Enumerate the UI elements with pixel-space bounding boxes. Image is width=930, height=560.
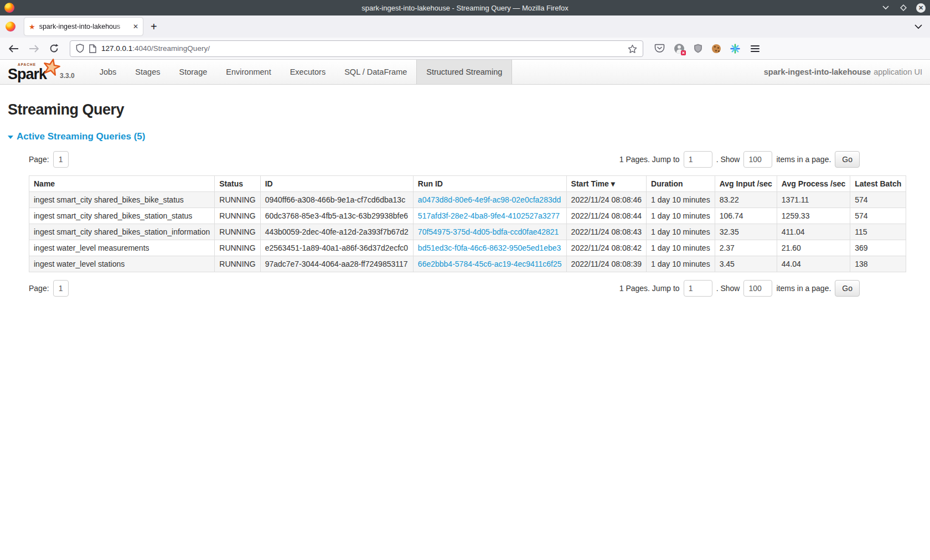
extension-icon[interactable]: ✕ <box>674 44 684 54</box>
items-label: items in a page. <box>776 155 831 164</box>
application-name: spark-ingest-into-lakehouse <box>764 68 871 76</box>
query-start-time: 2022/11/24 08:08:46 <box>566 192 646 208</box>
spark-logo: APACHE Spark <box>8 62 56 82</box>
query-id: 97adc7e7-3044-4064-aa28-ff7249853117 <box>260 256 413 272</box>
query-avg-input: 2.37 <box>715 240 777 256</box>
queries-table-body: ingest smart_city shared_bikes_bike_stat… <box>29 192 906 272</box>
colorful-asterisk-icon[interactable] <box>730 44 740 54</box>
minimize-icon[interactable] <box>881 3 891 13</box>
query-latest-batch: 115 <box>850 224 906 240</box>
query-status: RUNNING <box>215 192 260 208</box>
query-status: RUNNING <box>215 208 260 224</box>
spark-version: 3.3.0 <box>60 72 75 82</box>
header-status[interactable]: Status <box>215 176 260 192</box>
nav-tab-structured-streaming[interactable]: Structured Streaming <box>416 60 512 84</box>
bookmark-star-icon[interactable] <box>628 44 637 53</box>
go-button[interactable]: Go <box>835 151 860 168</box>
shield-icon[interactable] <box>76 44 84 53</box>
page-number-input[interactable] <box>53 280 69 297</box>
items-label: items in a page. <box>776 284 831 293</box>
nav-tab-sql-dataframe[interactable]: SQL / DataFrame <box>335 60 416 84</box>
ublock-icon[interactable] <box>694 44 702 53</box>
table-row: ingest smart_city shared_bikes_station_i… <box>29 224 906 240</box>
pages-summary: 1 Pages. Jump to <box>619 284 680 293</box>
query-avg-input: 32.35 <box>715 224 777 240</box>
page-info-icon[interactable] <box>89 44 96 53</box>
spark-brand[interactable]: APACHE Spark 3.3.0 <box>0 60 80 84</box>
bottom-pagination: Page: 1 Pages. Jump to . Show items in a… <box>29 280 860 297</box>
spark-favicon-icon: ★ <box>29 23 35 30</box>
spark-navbar: APACHE Spark 3.3.0 Jobs Stages Storage E… <box>0 60 930 85</box>
page-size-input[interactable] <box>743 151 772 168</box>
firefox-menu-icon[interactable] <box>6 22 16 32</box>
query-id: e2563451-1a89-40a1-a86f-36d37d2ecfc0 <box>260 240 413 256</box>
browser-toolbar: 127.0.0.1:4040/StreamingQuery/ ✕ <box>0 38 930 60</box>
window-titlebar: spark-ingest-into-lakehouse - Streaming … <box>0 0 930 15</box>
query-start-time: 2022/11/24 08:08:42 <box>566 240 646 256</box>
query-duration: 1 day 10 minutes <box>647 256 715 272</box>
header-run-id[interactable]: Run ID <box>413 176 566 192</box>
show-label: . Show <box>716 155 740 164</box>
page-number-input[interactable] <box>53 151 69 168</box>
jump-to-input[interactable] <box>684 151 712 168</box>
query-name: ingest water_level stations <box>29 256 215 272</box>
run-id-link[interactable]: 66e2bbb4-5784-45c6-ac19-4ec9411c6f25 <box>418 260 562 268</box>
url-text[interactable]: 127.0.0.1:4040/StreamingQuery/ <box>101 44 623 53</box>
forward-button[interactable] <box>25 40 42 57</box>
app-menu-icon[interactable] <box>750 44 761 53</box>
page-label: Page: <box>29 155 49 164</box>
url-bar[interactable]: 127.0.0.1:4040/StreamingQuery/ <box>70 40 643 57</box>
query-duration: 1 day 10 minutes <box>647 224 715 240</box>
run-id-link[interactable]: bd51ed3c-f0fa-46c6-8632-950e5ed1ebe3 <box>418 243 561 252</box>
query-name: ingest smart_city shared_bikes_station_i… <box>29 224 215 240</box>
run-id-link[interactable]: 517afd3f-28e2-4ba8-9fe4-4102527a3277 <box>418 211 560 220</box>
back-button[interactable] <box>6 40 22 57</box>
nav-tab-environment[interactable]: Environment <box>216 60 280 84</box>
query-latest-batch: 138 <box>850 256 906 272</box>
run-id-link[interactable]: a0473d8d-80e6-4e9f-ac98-02e0cfa283dd <box>418 195 561 204</box>
query-latest-batch: 574 <box>850 208 906 224</box>
nav-tab-stages[interactable]: Stages <box>126 60 169 84</box>
nav-tab-storage[interactable]: Storage <box>170 60 217 84</box>
nav-tab-jobs[interactable]: Jobs <box>90 60 126 84</box>
query-duration: 1 day 10 minutes <box>647 192 715 208</box>
pages-summary: 1 Pages. Jump to <box>619 155 680 164</box>
table-row: ingest water_level measurements RUNNING … <box>29 240 906 256</box>
header-avg-process[interactable]: Avg Process /sec <box>777 176 850 192</box>
go-button[interactable]: Go <box>835 280 860 297</box>
query-name: ingest smart_city shared_bikes_bike_stat… <box>29 192 215 208</box>
collapse-arrow-icon <box>8 136 13 139</box>
query-name: ingest smart_city shared_bikes_station_s… <box>29 208 215 224</box>
header-avg-input[interactable]: Avg Input /sec <box>715 176 777 192</box>
query-id: 60dc3768-85e3-4fb5-a13c-63b29938bfe6 <box>260 208 413 224</box>
active-queries-section-toggle[interactable]: Active Streaming Queries (5) <box>8 131 922 142</box>
cookie-icon[interactable] <box>712 44 721 53</box>
query-status: RUNNING <box>215 240 260 256</box>
query-id: 0940ff66-a308-466b-9e1a-cf7cd6dba13c <box>260 192 413 208</box>
show-label: . Show <box>716 284 740 293</box>
new-tab-button[interactable]: + <box>151 20 157 33</box>
header-id[interactable]: ID <box>260 176 413 192</box>
browser-tab[interactable]: ★ spark-ingest-into-lakehous ✕ <box>24 18 143 35</box>
query-avg-input: 3.45 <box>715 256 777 272</box>
header-latest-batch[interactable]: Latest Batch <box>850 176 906 192</box>
query-avg-process: 1259.33 <box>777 208 850 224</box>
header-name[interactable]: Name <box>29 176 215 192</box>
run-id-link[interactable]: 70f54975-375d-4d05-bdfa-ccd0fae42821 <box>418 227 559 236</box>
table-header-row: Name Status ID Run ID Start Time ▾ Durat… <box>29 176 906 192</box>
application-ui-suffix: application UI <box>874 68 922 76</box>
nav-tab-executors[interactable]: Executors <box>281 60 335 84</box>
reload-button[interactable] <box>45 40 62 57</box>
pocket-icon[interactable] <box>654 44 665 53</box>
maximize-icon[interactable] <box>898 3 908 13</box>
tab-close-icon[interactable]: ✕ <box>133 23 138 30</box>
close-icon[interactable]: ✕ <box>916 3 926 13</box>
list-all-tabs-icon[interactable] <box>914 24 922 29</box>
browser-tabstrip: ★ spark-ingest-into-lakehous ✕ + <box>0 15 930 38</box>
query-status: RUNNING <box>215 256 260 272</box>
query-avg-input: 106.74 <box>715 208 777 224</box>
page-size-input[interactable] <box>743 280 772 297</box>
header-duration[interactable]: Duration <box>647 176 715 192</box>
jump-to-input[interactable] <box>684 280 712 297</box>
header-start-time[interactable]: Start Time ▾ <box>566 176 646 192</box>
